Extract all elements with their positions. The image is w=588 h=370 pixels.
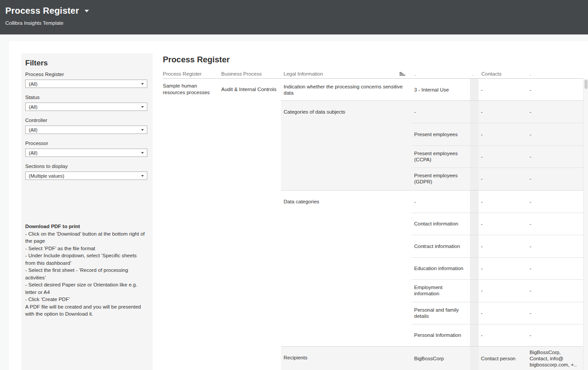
cell-contact-role[interactable]: - [481, 287, 527, 294]
cell-value[interactable]: Contact information [414, 221, 466, 227]
table-header-row: Process Register Business Process Legal … [163, 71, 583, 79]
filter-group-controller: Controller (All) [25, 118, 147, 134]
app-header: Process Register Collibra Insights Templ… [0, 0, 588, 34]
sections-to-display-filter-dropdown[interactable]: (Multiple values) [25, 172, 147, 180]
table-row: Personal Information - - [281, 324, 583, 346]
column-header-contacts[interactable]: Contacts [481, 71, 501, 76]
cell-contact-role[interactable]: - [481, 221, 527, 227]
workbook-title-row: Process Register [5, 6, 89, 16]
cell-value[interactable]: 3 - Internal Use [414, 87, 466, 93]
section-label[interactable]: Categories of data subjects [284, 101, 412, 123]
cell-contact[interactable]: - [530, 109, 579, 115]
table-row: Employment information - - [281, 279, 583, 301]
cell-contact-role[interactable]: - [481, 265, 527, 271]
table-row: Present employees - - [281, 123, 583, 145]
cell-contact-role[interactable]: - [481, 109, 527, 115]
sort-ascending-icon[interactable] [400, 72, 406, 77]
cell-contact[interactable]: - [530, 87, 579, 93]
row-header-business-process[interactable]: Audit & Internal Controls [221, 86, 281, 93]
table-body: Sample human resources processes Audit &… [163, 79, 583, 370]
cell-value[interactable]: Present employees (CCPA) [414, 150, 466, 163]
download-help-line: - Under Include dropdown, select ’Specif… [25, 252, 148, 267]
cell-value[interactable]: BigBossCorp [414, 355, 466, 362]
filter-group-sections-to-display: Sections to display (Multiple values) [25, 164, 147, 180]
divider-strip [470, 213, 479, 235]
column-header-dot[interactable]: . [415, 71, 416, 76]
column-header-dot[interactable]: . [472, 71, 473, 76]
column-header-process-register[interactable]: Process Register [163, 71, 202, 76]
divider-strip [470, 168, 479, 190]
status-filter-dropdown[interactable]: (All) [25, 103, 147, 111]
cell-contact[interactable]: - [530, 175, 579, 182]
controller-filter-dropdown[interactable]: (All) [25, 126, 147, 134]
filter-label: Processor [25, 141, 147, 146]
cell-contact[interactable]: - [530, 332, 579, 338]
vertical-scrollbar[interactable] [583, 79, 588, 370]
cell-contact[interactable]: - [530, 310, 579, 316]
cell-contact-role[interactable]: - [481, 153, 527, 160]
cell-value[interactable]: Present employees (GDPR) [414, 172, 466, 185]
cell-value[interactable]: - [414, 109, 466, 115]
table-section: Categories of data subjects - - - Presen… [281, 100, 583, 190]
cell-contact[interactable]: - [530, 265, 579, 271]
dropdown-value: (All) [29, 104, 38, 110]
cell-contact-role[interactable]: - [481, 332, 527, 338]
filters-panel: Filters Process Register (All) Status (A… [21, 53, 153, 370]
cell-contact[interactable]: BigBossCorp, Contact, info@ bigbosscorp.… [530, 349, 579, 368]
cell-contact-role[interactable]: - [481, 310, 527, 316]
cell-contact-role[interactable]: - [481, 87, 527, 93]
processor-filter-dropdown[interactable]: (All) [25, 149, 147, 157]
cell-value[interactable]: Personal and family details [414, 307, 466, 319]
divider-strip [470, 145, 479, 168]
column-header-legal-information[interactable]: Legal Information [284, 71, 323, 76]
cell-contact[interactable]: - [530, 243, 579, 249]
download-help-line: A PDF file will be created and you will … [25, 303, 148, 318]
process-register-filter-dropdown[interactable]: (All) [25, 80, 147, 88]
cell-value[interactable]: Education information [414, 265, 466, 271]
table-section: Data categories - - - Contact informatio… [281, 190, 583, 347]
cell-contact[interactable]: - [530, 221, 579, 227]
filter-group-process-register: Process Register (All) [25, 72, 147, 88]
row-header-process-register[interactable]: Sample human resources processes [163, 83, 216, 96]
cell-contact[interactable]: - [530, 131, 579, 137]
section-label[interactable]: Recipients [284, 347, 412, 369]
divider-strip [470, 324, 479, 346]
cell-value[interactable]: Personal Information [414, 332, 466, 338]
cell-contact-role[interactable]: - [481, 175, 527, 182]
table-sections: Indication whether the processing concer… [281, 79, 583, 370]
filter-label: Status [25, 95, 147, 100]
divider-strip [470, 123, 479, 145]
chevron-down-icon [141, 83, 144, 85]
cell-value[interactable]: - [414, 198, 466, 205]
cell-value[interactable]: Present employees [414, 131, 466, 137]
cell-contact[interactable]: - [530, 153, 579, 160]
section-label[interactable]: Indication whether the processing concer… [284, 79, 412, 100]
chevron-down-icon[interactable] [85, 10, 89, 12]
cell-contact-role[interactable]: - [481, 198, 527, 205]
filters-list: Process Register (All) Status (All) Cont… [25, 72, 147, 180]
workbook-subtitle: Collibra Insights Template [5, 20, 63, 26]
cell-contact[interactable]: - [530, 287, 579, 294]
dropdown-value: (All) [29, 127, 38, 133]
cell-value[interactable]: Contract information [414, 243, 466, 249]
chevron-down-icon [141, 175, 144, 177]
table-section: Recipients BigBossCorp Contact person Bi… [281, 346, 583, 370]
cell-contact[interactable]: - [530, 198, 579, 205]
filters-title: Filters [25, 59, 48, 68]
table-section: Indication whether the processing concer… [281, 79, 583, 100]
column-header-dot[interactable]: . [530, 71, 531, 76]
filter-label: Process Register [25, 72, 147, 77]
cell-contact-role[interactable]: - [481, 131, 527, 137]
divider-strip [470, 302, 479, 324]
cell-contact-role[interactable]: - [481, 243, 527, 249]
divider-strip [470, 257, 479, 279]
cell-contact-role[interactable]: Contact person [481, 355, 527, 362]
scrollbar-thumb[interactable] [584, 80, 588, 89]
chevron-down-icon [141, 152, 144, 154]
section-label[interactable]: Data categories [284, 191, 412, 213]
cell-value[interactable]: Employment information [414, 284, 466, 297]
divider-strip [470, 191, 479, 213]
table-row: Contact information - - [281, 213, 583, 235]
column-header-business-process[interactable]: Business Process [221, 71, 261, 76]
download-help-line: - Click ’Create PDF’ [25, 296, 148, 303]
